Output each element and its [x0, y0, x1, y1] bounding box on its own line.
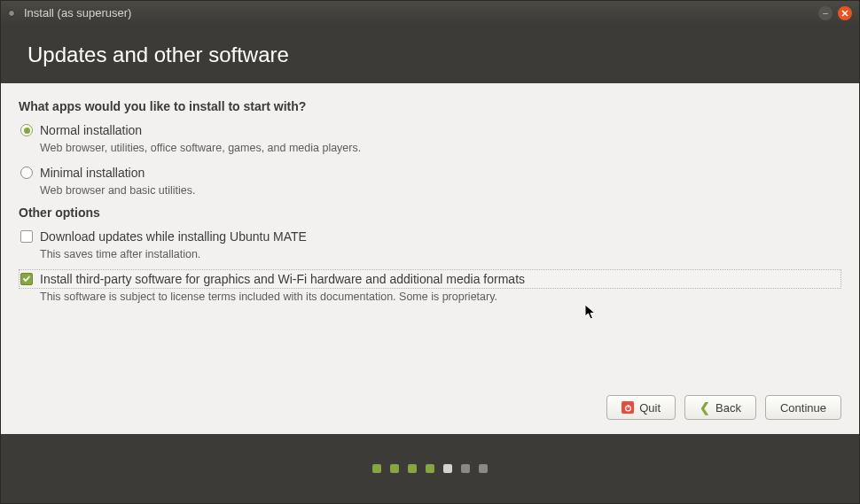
page-header: Updates and other software	[1, 25, 859, 83]
progress-step	[461, 464, 470, 473]
installer-window: Install (as superuser) – Updates and oth…	[0, 0, 860, 504]
button-label: Back	[715, 401, 741, 415]
radio-icon	[20, 124, 33, 136]
app-indicator-icon	[8, 10, 15, 17]
button-bar: Quit ❮ Back Continue	[19, 377, 841, 420]
radio-label: Minimal installation	[40, 166, 145, 180]
progress-step	[390, 464, 399, 473]
radio-minimal-desc: Web browser and basic utilities.	[40, 184, 841, 197]
checkbox-updates-desc: This saves time after installation.	[40, 248, 841, 260]
radio-minimal-install[interactable]: Minimal installation	[19, 163, 841, 182]
chevron-left-icon: ❮	[700, 400, 710, 415]
radio-normal-install[interactable]: Normal installation	[19, 120, 841, 140]
titlebar[interactable]: Install (as superuser) –	[1, 1, 859, 25]
radio-icon	[20, 167, 33, 179]
checkbox-icon	[20, 273, 33, 285]
checkbox-icon	[20, 230, 33, 243]
minimize-button[interactable]: –	[818, 6, 833, 20]
other-options-title: Other options	[19, 205, 841, 220]
back-button[interactable]: ❮ Back	[684, 395, 756, 420]
progress-step	[426, 464, 434, 473]
page-title: Updates and other software	[27, 43, 289, 66]
checkbox-label: Install third-party software for graphic…	[40, 272, 525, 286]
progress-step	[479, 464, 488, 473]
quit-button[interactable]: Quit	[606, 395, 676, 420]
content-area: What apps would you like to install to s…	[1, 83, 859, 434]
button-label: Quit	[639, 401, 661, 415]
progress-step	[372, 464, 381, 473]
checkbox-label: Download updates while installing Ubuntu…	[40, 229, 307, 244]
radio-normal-desc: Web browser, utilities, office software,…	[40, 142, 841, 154]
checkbox-download-updates[interactable]: Download updates while installing Ubuntu…	[19, 227, 841, 246]
install-question: What apps would you like to install to s…	[19, 99, 841, 113]
close-button[interactable]	[838, 6, 852, 20]
progress-step-current	[443, 464, 452, 473]
radio-label: Normal installation	[40, 123, 142, 137]
checkbox-third-party[interactable]: Install third-party software for graphic…	[19, 269, 841, 289]
window-title: Install (as superuser)	[24, 6, 131, 19]
progress-step	[408, 464, 417, 473]
continue-button[interactable]: Continue	[765, 395, 841, 420]
button-label: Continue	[780, 401, 826, 415]
power-icon	[622, 401, 634, 414]
checkbox-thirdparty-desc: This software is subject to license term…	[40, 291, 841, 303]
progress-footer	[1, 434, 859, 503]
